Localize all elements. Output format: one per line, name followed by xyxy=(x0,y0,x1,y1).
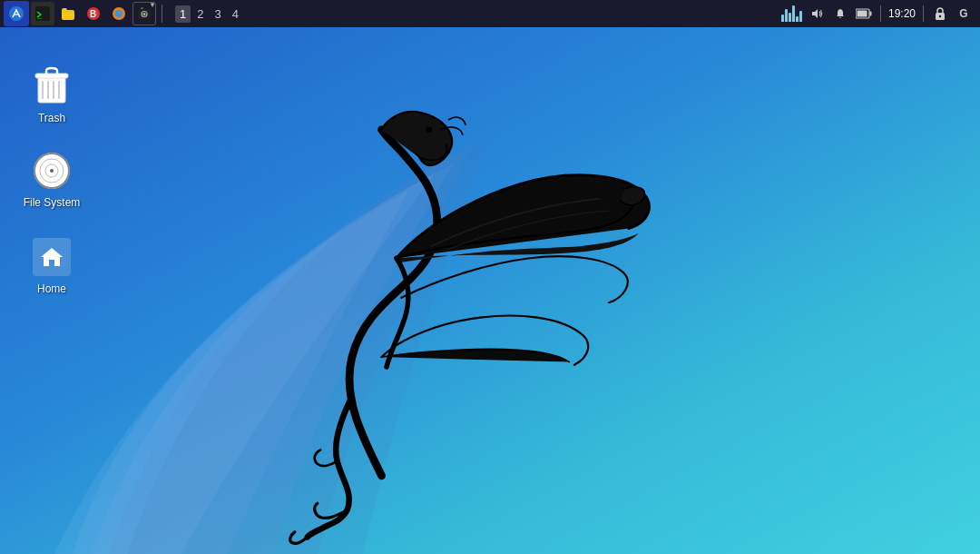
home-icon-bg xyxy=(33,238,71,276)
desktop: Trash File System xyxy=(0,27,980,554)
speaker-icon xyxy=(810,7,823,20)
volume-icon[interactable] xyxy=(808,5,826,23)
filesystem-icon[interactable]: File System xyxy=(15,145,88,213)
burpsuite-button[interactable]: B xyxy=(82,2,105,25)
workspace-divider xyxy=(162,5,162,23)
burpsuite-icon: B xyxy=(86,6,101,21)
filesystem-label: File System xyxy=(24,196,81,209)
filesystem-icon-image xyxy=(30,149,74,193)
svg-point-6 xyxy=(115,10,122,17)
bell-icon xyxy=(834,7,847,20)
svg-rect-13 xyxy=(857,11,867,17)
terminal-icon: _ xyxy=(35,6,50,21)
notification-icon[interactable] xyxy=(831,5,849,23)
kali-menu-button[interactable] xyxy=(4,1,29,26)
svg-rect-10 xyxy=(141,7,143,9)
screenshot-button[interactable]: ▼ xyxy=(132,2,156,25)
tray-separator-2 xyxy=(923,5,924,22)
firefox-button[interactable] xyxy=(107,2,131,25)
trash-icon[interactable]: Trash xyxy=(15,61,88,128)
taskbar: _ B xyxy=(0,0,980,27)
kali-logo-icon xyxy=(8,5,24,22)
firefox-icon xyxy=(112,6,126,21)
network-status-icon[interactable]: G xyxy=(955,5,973,23)
dragon-svg xyxy=(181,100,681,545)
battery-icon[interactable] xyxy=(855,5,873,23)
svg-text:B: B xyxy=(90,9,96,19)
svg-text:_: _ xyxy=(37,10,43,19)
workspace-2[interactable]: 2 xyxy=(192,5,208,23)
files-button[interactable] xyxy=(56,2,80,25)
svg-point-9 xyxy=(143,13,146,15)
terminal-button[interactable]: _ xyxy=(31,2,54,25)
svg-point-17 xyxy=(426,126,433,133)
workspace-4[interactable]: 4 xyxy=(228,5,243,23)
filesystem-svg xyxy=(33,152,71,190)
home-label: Home xyxy=(37,282,66,295)
taskbar-left: _ B xyxy=(0,1,243,26)
svg-rect-22 xyxy=(58,81,60,99)
tray-separator xyxy=(880,5,881,22)
trash-svg xyxy=(34,66,69,106)
svg-rect-12 xyxy=(869,12,871,16)
lock-icon[interactable] xyxy=(931,5,949,23)
workspace-switcher: 1 2 3 4 xyxy=(175,5,243,23)
home-svg xyxy=(39,244,64,270)
lock-svg-icon xyxy=(935,7,946,20)
svg-point-28 xyxy=(50,169,54,173)
battery-svg-icon xyxy=(856,8,872,19)
workspace-3[interactable]: 3 xyxy=(210,5,225,23)
kali-dragon xyxy=(181,100,726,536)
home-icon-image xyxy=(30,235,74,279)
clock: 19:20 xyxy=(888,7,916,20)
network-graph xyxy=(781,5,802,22)
svg-rect-21 xyxy=(53,81,54,99)
svg-rect-19 xyxy=(42,81,44,99)
system-tray: 19:20 G xyxy=(781,5,980,23)
files-icon xyxy=(61,6,75,21)
home-icon[interactable]: Home xyxy=(15,232,88,299)
svg-rect-20 xyxy=(47,81,49,99)
svg-rect-23 xyxy=(35,74,68,78)
workspace-1[interactable]: 1 xyxy=(175,5,191,23)
trash-icon-image xyxy=(30,64,74,108)
svg-point-15 xyxy=(939,15,941,17)
trash-label: Trash xyxy=(38,112,65,124)
